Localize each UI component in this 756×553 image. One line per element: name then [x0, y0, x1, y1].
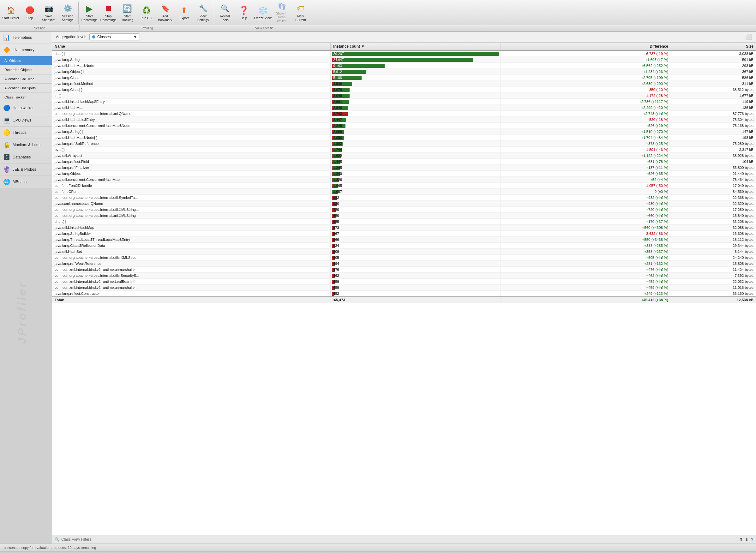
stop-button[interactable]: 🛑 Stop: [20, 2, 39, 23]
mark-current-icon: 🏷: [296, 4, 306, 14]
table-row[interactable]: java.lang.Class$ReflectionData524+388 (+…: [52, 243, 756, 249]
start-recordings-button[interactable]: ▶ Start Recordings: [80, 2, 99, 23]
table-row[interactable]: java.lang.Class5,188+2,705 (+109 %)586 k…: [52, 75, 756, 81]
cell-name: com.sun.org.apache.xerces.internal.utils…: [52, 273, 331, 279]
view-settings-icon: 🔧: [198, 4, 208, 14]
table-row[interactable]: java.util.HashMap$Node[ ]2,056+1,704 (+4…: [52, 135, 756, 141]
sidebar-item-jee-probes[interactable]: 🔮 JEE & Probes: [0, 163, 52, 176]
sidebar-item-allocation-hot-spots[interactable]: Allocation Hot Spots: [0, 84, 52, 93]
jee-probes-icon: 🔮: [3, 166, 10, 173]
table-row[interactable]: java.util.HashMap2,846+2,299 (+420 %)136…: [52, 105, 756, 111]
filter-help-button[interactable]: ?: [751, 537, 753, 542]
cell-diff: +2,630 (+290 %): [501, 81, 671, 87]
table-row[interactable]: com.sun.org.apache.xerces.internal.util.…: [52, 207, 756, 213]
cell-name: java.lang.String: [52, 57, 331, 63]
start-tracking-button[interactable]: 🔄 Start Tracking: [118, 2, 137, 23]
table-row[interactable]: com.sun.xml.internal.bind.v2.runtime.unm…: [52, 285, 756, 291]
export-button[interactable]: ⬆ Export: [175, 2, 194, 23]
sidebar-item-mbeans[interactable]: 🌐 MBeans: [0, 176, 52, 188]
cell-diff: +459 (+Inf %): [501, 285, 671, 291]
unlicensed-bar: unlicensed copy for evaluation purposes.…: [0, 544, 756, 551]
sidebar-item-live-memory[interactable]: 🔶 Live memory: [0, 44, 52, 56]
cell-count: 567: [331, 231, 501, 237]
table-row[interactable]: com.sun.org.apache.xerces.internal.utils…: [52, 255, 756, 261]
sidebar-item-cpu-views[interactable]: 💻 CPU views: [0, 114, 52, 127]
sidebar-item-heap-walker[interactable]: 🔵 Heap walker: [0, 102, 52, 114]
table-row[interactable]: java.lang.ref.WeakReference494+281 (+132…: [52, 261, 756, 267]
table-row[interactable]: java.lang.reflect.Constructor452+249 (+1…: [52, 291, 756, 297]
show-in-heap-walker-button[interactable]: 👣 Show In Heap Walker: [272, 2, 291, 23]
cell-diff: +388 (+285 %): [501, 243, 671, 249]
cell-count: 566: [331, 237, 501, 243]
sidebar-item-monitors-locks[interactable]: 🔒 Monitors & locks: [0, 139, 52, 151]
sidebar-item-all-objects[interactable]: All Objects: [0, 56, 52, 65]
table-row[interactable]: java.util.HashMap$Node9,163+6,562 (+252 …: [52, 63, 756, 69]
table-row[interactable]: java.lang.reflect.Field1,445+631 (+78 %)…: [52, 159, 756, 165]
table-row[interactable]: com.sun.org.apache.xerces.internal.xni.X…: [52, 213, 756, 219]
table-row[interactable]: java.lang.ref.SoftReference1,882+378 (+2…: [52, 141, 756, 147]
table-row[interactable]: com.sun.org.apache.xerces.internal.xni.Q…: [52, 111, 756, 117]
table-row[interactable]: int[ ]3,048-1,172 (-28 %)1,677 kB: [52, 93, 756, 99]
show-in-heap-walker-icon: 👣: [277, 3, 287, 11]
table-row[interactable]: short[ ]635+170 (+37 %)33,208 bytes: [52, 219, 756, 225]
table-row[interactable]: java.util.ArrayList1,622+1,122 (+224 %)3…: [52, 153, 756, 159]
cell-count: 1,445: [331, 159, 501, 165]
session-settings-button[interactable]: ⚙️ Session Settings: [58, 2, 77, 23]
filter-down-arrow[interactable]: ⬇: [745, 537, 749, 542]
table-row[interactable]: com.sun.org.apache.xerces.internal.util.…: [52, 195, 756, 201]
filter-up-arrow[interactable]: ⬆: [739, 537, 743, 542]
col-header-name[interactable]: Name: [52, 43, 331, 51]
sidebar-item-threads[interactable]: 🟡 Threads: [0, 127, 52, 139]
mark-current-button[interactable]: 🏷 Mark Current: [291, 2, 310, 23]
col-header-diff[interactable]: Difference: [501, 43, 671, 51]
table-row[interactable]: java.lang.Object1,340+526 (+65 %)21,440 …: [52, 171, 756, 177]
table-row[interactable]: java.util.HashSet509+358 (+237 %)8,144 b…: [52, 249, 756, 255]
aggregation-dropdown[interactable]: Classes ▼: [89, 33, 140, 41]
table-row[interactable]: sun.font.CFont1,0570 (±0 %)84,560 bytes: [52, 189, 756, 195]
table-row[interactable]: java.util.concurrent.ConcurrentHashMap$N…: [52, 123, 756, 129]
sidebar-item-databases[interactable]: 🗄️ Databases: [0, 151, 52, 163]
table-row[interactable]: byte[ ]1,744-1,501 (-46 %)2,317 kB: [52, 147, 756, 153]
expand-button[interactable]: ⬜: [745, 33, 752, 41]
help-button[interactable]: ❓ Help: [234, 2, 253, 23]
table-row[interactable]: java.lang.String[ ]2,069+1,510 (+270 %)1…: [52, 129, 756, 135]
run-gc-button[interactable]: ♻️ Run GC: [137, 2, 156, 23]
start-center-button[interactable]: 🏠 Start Center: [1, 2, 20, 23]
reveal-tools-button[interactable]: 🔍 Reveal Tools: [215, 2, 234, 23]
table-container[interactable]: Name Instance count ▼ Difference Size ch…: [52, 43, 756, 535]
sidebar-item-allocation-call-tree[interactable]: Allocation Call Tree: [0, 75, 52, 84]
cell-size: 198 kB: [671, 135, 756, 141]
table-row[interactable]: java.util.Hashtable$Entry2,447-520 (-18 …: [52, 117, 756, 123]
table-row[interactable]: com.sun.xml.internal.bind.v2.runtime.Lea…: [52, 279, 756, 285]
sidebar-item-recorded-objects[interactable]: Recorded Objects: [0, 65, 52, 75]
table-row[interactable]: sun.font.Font2DHandle1,065-1,057 (-50 %)…: [52, 183, 756, 189]
table-row[interactable]: java.util.LinkedHashMap573+560 (+4308 %)…: [52, 225, 756, 231]
cell-diff: +550 (+3438 %): [501, 237, 671, 243]
cell-name: com.sun.org.apache.xerces.internal.utils…: [52, 255, 331, 261]
table-row[interactable]: java.util.concurrent.ConcurrentHashMap1,…: [52, 177, 756, 183]
save-snapshot-button[interactable]: 📷 Save Snapshot: [39, 2, 58, 23]
table-row[interactable]: java.lang.Object[ ]5,912+1,234 (+26 %)36…: [52, 69, 756, 75]
freeze-view-button[interactable]: ❄️ Freeze View: [253, 2, 272, 23]
view-settings-button[interactable]: 🔧 View Settings: [194, 2, 213, 23]
table-row[interactable]: java.lang.reflect.Method3,536+2,630 (+29…: [52, 81, 756, 87]
table-row[interactable]: java.util.LinkedHashMap$Entry2,981+2,736…: [52, 99, 756, 105]
table-row[interactable]: java.lang.ThreadLocal$ThreadLocalMap$Ent…: [52, 237, 756, 243]
add-bookmark-button[interactable]: 🔖 Add Bookmark: [156, 2, 175, 23]
sidebar-item-class-tracker[interactable]: Class Tracker: [0, 93, 52, 102]
table-row[interactable]: char[ ]29,207-6,737 (-19 %)3,038 kB: [52, 51, 756, 57]
col-header-size[interactable]: Size: [671, 43, 756, 51]
table-row[interactable]: com.sun.xml.internal.bind.v2.runtime.unm…: [52, 267, 756, 273]
sidebar-item-telemetries[interactable]: 📊 Telemetries: [0, 31, 52, 44]
col-header-count[interactable]: Instance count ▼: [331, 43, 501, 51]
table-row[interactable]: java.lang.Class[ ]3,076-350 (-10 %)68,51…: [52, 87, 756, 93]
table-row[interactable]: java.lang.ref.Finalizer1,345+137 (+11 %)…: [52, 165, 756, 171]
cell-size: 136 kB: [671, 105, 756, 111]
stop-recordings-button[interactable]: ⏹ Stop Recordings: [99, 2, 118, 23]
cell-count: 1,226: [331, 177, 501, 183]
table-row[interactable]: java.lang.String24,647+1,695 (+7 %)591 k…: [52, 57, 756, 63]
filter-input[interactable]: [61, 537, 737, 542]
table-row[interactable]: java.lang.StringBuilder567-3,632 (-86 %)…: [52, 231, 756, 237]
table-row[interactable]: javax.xml.namespace.QName930+930 (+Inf %…: [52, 201, 756, 207]
table-row[interactable]: com.sun.org.apache.xerces.internal.utils…: [52, 273, 756, 279]
